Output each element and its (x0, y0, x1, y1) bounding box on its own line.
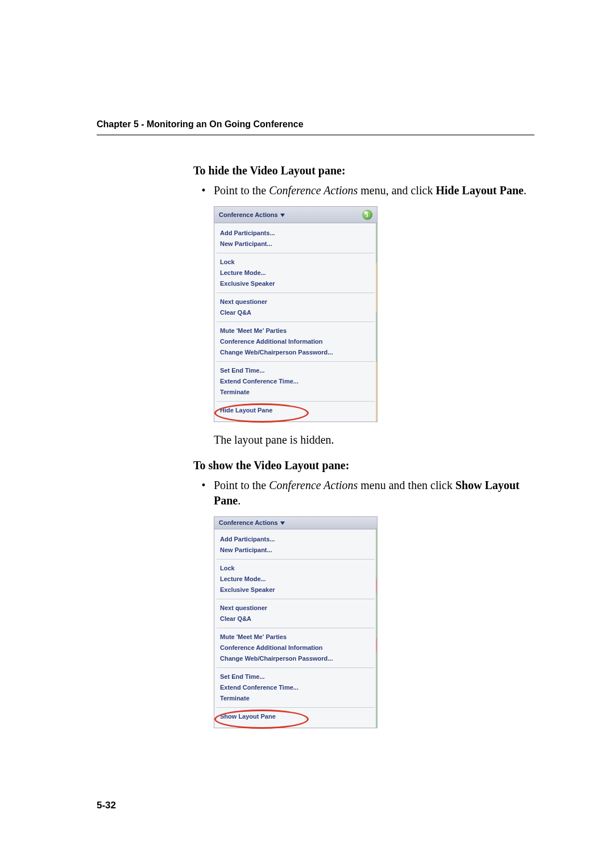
show-heading: To show the Video Layout pane: (193, 458, 546, 473)
hide-bullet: • Point to the Conference Actions menu, … (193, 183, 546, 198)
show-txt-em: Conference Actions (269, 479, 358, 491)
menu-conf-add-info[interactable]: Conference Additional Information (214, 642, 377, 653)
show-txt-pre: Point to the (214, 479, 269, 491)
menu-extend-time[interactable]: Extend Conference Time... (214, 376, 377, 387)
chapter-header: Chapter 5 - Monitoring an On Going Confe… (97, 119, 534, 130)
show-txt-mid: menu and then click (358, 479, 455, 491)
menu-mute-meet-me[interactable]: Mute 'Meet Me' Parties (214, 632, 377, 642)
show-bullet: • Point to the Conference Actions menu a… (193, 478, 546, 508)
header-rule (97, 134, 534, 136)
menu-extend-time[interactable]: Extend Conference Time... (214, 682, 377, 693)
menu-lock[interactable]: Lock (214, 257, 377, 268)
menu-clear-qa[interactable]: Clear Q&A (214, 307, 377, 318)
menu-separator (217, 293, 375, 293)
hide-menu-figure: Conference Actions i Add Participants...… (214, 206, 546, 422)
conference-actions-header[interactable]: Conference Actions (214, 517, 377, 529)
menu-clear-qa[interactable]: Clear Q&A (214, 614, 377, 624)
menu-mute-meet-me[interactable]: Mute 'Meet Me' Parties (214, 326, 377, 336)
menu-exclusive-speaker[interactable]: Exclusive Speaker (214, 278, 377, 289)
menu-exclusive-speaker[interactable]: Exclusive Speaker (214, 585, 377, 595)
menu-add-participants[interactable]: Add Participants... (214, 228, 377, 239)
hide-txt-post: . (524, 184, 526, 197)
menu-separator (217, 253, 375, 253)
menu-add-participants[interactable]: Add Participants... (214, 534, 377, 545)
info-icon[interactable]: i (362, 210, 372, 220)
hide-heading: To hide the Video Layout pane: (193, 163, 546, 178)
conference-actions-label: Conference Actions (219, 212, 285, 218)
menu-lock[interactable]: Lock (214, 563, 377, 574)
menu-separator (217, 361, 375, 362)
menu-separator (217, 707, 375, 708)
menu-separator (217, 401, 375, 402)
hide-txt-bold: Hide Layout Pane (436, 184, 524, 197)
show-menu-figure: Conference Actions Add Participants... N… (214, 516, 546, 728)
menu-next-questioner[interactable]: Next questioner (214, 603, 377, 614)
hide-txt-pre: Point to the (214, 184, 269, 197)
menu-lecture-mode[interactable]: Lecture Mode... (214, 268, 377, 278)
menu-conf-add-info[interactable]: Conference Additional Information (214, 336, 377, 347)
menu-new-participant[interactable]: New Participant... (214, 545, 377, 556)
menu-lecture-mode[interactable]: Lecture Mode... (214, 574, 377, 585)
page-number: 5-32 (97, 800, 116, 811)
menu-set-end-time[interactable]: Set End Time... (214, 671, 377, 682)
menu-terminate[interactable]: Terminate (214, 387, 377, 398)
menu-separator (217, 322, 375, 322)
conference-actions-label: Conference Actions (219, 520, 285, 526)
bullet-dot: • (193, 478, 214, 508)
menu-new-participant[interactable]: New Participant... (214, 239, 377, 249)
menu-separator (217, 628, 375, 628)
menu-separator (217, 599, 375, 599)
menu-separator (217, 559, 375, 560)
conference-actions-header[interactable]: Conference Actions i (214, 207, 377, 223)
menu-show-layout-pane[interactable]: Show Layout Pane (220, 713, 276, 720)
show-txt-post: . (238, 494, 240, 507)
menu-hide-layout-pane[interactable]: Hide Layout Pane (220, 407, 272, 414)
bullet-dot: • (193, 183, 214, 198)
hide-result: The layout pane is hidden. (214, 432, 546, 448)
menu-separator (217, 667, 375, 668)
menu-change-password[interactable]: Change Web/Chairperson Password... (214, 653, 377, 664)
menu-change-password[interactable]: Change Web/Chairperson Password... (214, 347, 377, 358)
menu-terminate[interactable]: Terminate (214, 693, 377, 704)
hide-txt-em: Conference Actions (269, 184, 358, 197)
hide-txt-mid: menu, and click (358, 184, 435, 197)
menu-next-questioner[interactable]: Next questioner (214, 297, 377, 307)
menu-set-end-time[interactable]: Set End Time... (214, 365, 377, 376)
